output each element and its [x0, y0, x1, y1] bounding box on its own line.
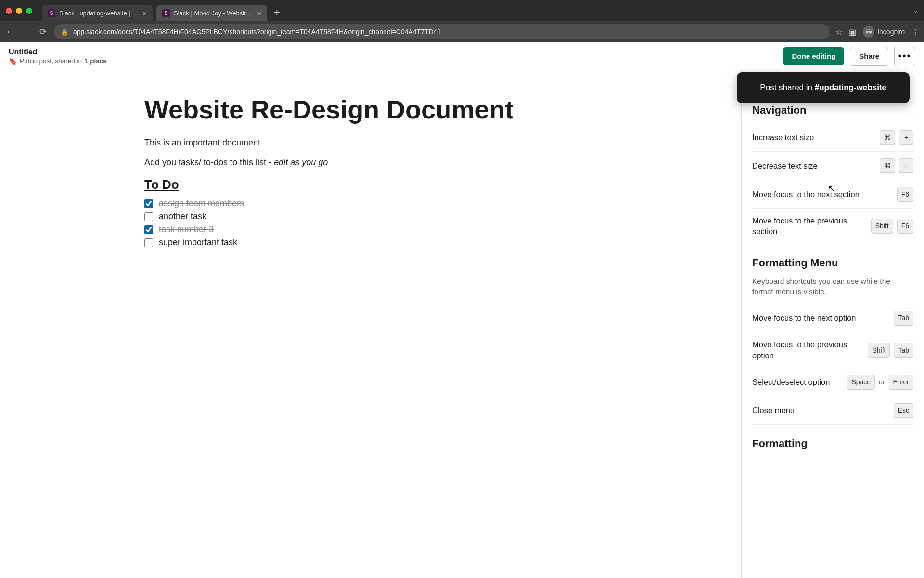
bookmark-star-icon[interactable]: ☆: [835, 27, 842, 37]
forward-button[interactable]: →: [21, 27, 32, 37]
shortcut-row: Close menu Esc: [752, 396, 913, 425]
key: Tab: [894, 343, 913, 357]
browser-tab-strip: S Slack | updating-website | Moo × S Sla…: [0, 0, 924, 21]
bookmark-icon: 🔖: [9, 57, 17, 65]
slack-favicon-icon: S: [48, 9, 55, 17]
doc-header: Untitled 🔖 Public post, shared in 1 plac…: [0, 42, 924, 70]
browser-toolbar: ← → ⟳ 🔒 app.slack.com/docs/T04A4T58F4H/F…: [0, 21, 924, 42]
key: F6: [897, 219, 913, 233]
key: ⌘: [880, 130, 895, 144]
close-tab-icon[interactable]: ×: [257, 9, 261, 17]
shortcut-row: Move focus to the next section F6: [752, 180, 913, 209]
key: Tab: [894, 311, 913, 325]
todo-checkbox[interactable]: [144, 212, 153, 221]
todo-item[interactable]: super important task: [144, 236, 698, 249]
section-heading-navigation: Navigation: [752, 104, 913, 117]
extensions-icon[interactable]: ▣: [849, 27, 856, 37]
doc-paragraph[interactable]: Add you tasks/ to-dos to this list - edi…: [144, 158, 698, 168]
url-text: app.slack.com/docs/T04A4T58F4H/F04AG5PLB…: [73, 28, 441, 36]
todo-checkbox[interactable]: [144, 225, 153, 234]
window-controls: [6, 8, 32, 14]
incognito-icon: 🕶: [863, 26, 874, 38]
reload-button[interactable]: ⟳: [38, 26, 48, 37]
address-bar[interactable]: 🔒 app.slack.com/docs/T04A4T58F4H/F04AG5P…: [54, 24, 830, 39]
key: Esc: [894, 403, 913, 418]
doc-share-status[interactable]: 🔖 Public post, shared in 1 place: [9, 57, 107, 65]
shortcut-row: Move focus to the previous option ShiftT…: [752, 332, 913, 368]
document-body[interactable]: Website Re-Design Document This is an im…: [0, 70, 741, 578]
section-heading-formatting: Formatting: [752, 437, 913, 450]
todo-item[interactable]: assign team members: [144, 197, 698, 210]
slack-favicon-icon: S: [162, 9, 170, 17]
key: Shift: [868, 343, 890, 357]
shortcuts-panel: ⌘ / to toggle this panel Navigation Incr…: [741, 70, 924, 578]
shortcut-row: Select/deselect option Space or Enter: [752, 368, 913, 396]
section-heading-formatting-menu: Formatting Menu: [752, 257, 913, 269]
key: Enter: [889, 375, 913, 389]
more-actions-button[interactable]: •••: [894, 47, 915, 66]
key: F6: [897, 187, 913, 201]
share-button[interactable]: Share: [850, 47, 888, 66]
done-editing-button[interactable]: Done editing: [783, 47, 844, 65]
shortcut-row: Increase text size ⌘+: [752, 123, 913, 152]
todo-item[interactable]: another task: [144, 210, 698, 223]
todo-item[interactable]: task number 3: [144, 223, 698, 236]
todo-list: assign team members another task task nu…: [144, 197, 698, 249]
shortcut-row: Move focus to the next option Tab: [752, 304, 913, 332]
key: +: [899, 130, 913, 144]
doc-paragraph[interactable]: This is an important document: [144, 138, 698, 148]
browser-tab-1[interactable]: S Slack | updating-website | Moo ×: [42, 5, 153, 21]
key: Space: [847, 375, 875, 389]
tab-title: Slack | updating-website | Moo: [59, 10, 139, 17]
doc-title[interactable]: Untitled: [9, 48, 107, 56]
minimize-window-icon[interactable]: [16, 8, 22, 14]
tab-title: Slack | Mood Joy - Website Re: [174, 10, 253, 17]
new-tab-button[interactable]: +: [274, 6, 280, 19]
or-label: or: [879, 378, 885, 386]
section-description: Keyboard shortcuts you can use while the…: [752, 276, 913, 298]
shortcut-row: Move focus to the previous section Shift…: [752, 209, 913, 244]
lock-icon: 🔒: [61, 28, 68, 36]
key: Shift: [871, 219, 893, 233]
todo-checkbox[interactable]: [144, 238, 153, 247]
key: ⌘: [880, 158, 895, 173]
tab-overflow-icon[interactable]: ⌄: [913, 7, 918, 14]
back-button[interactable]: ←: [5, 27, 15, 37]
maximize-window-icon[interactable]: [26, 8, 32, 14]
doc-heading-1[interactable]: Website Re-Design Document: [144, 94, 698, 124]
share-toast: Post shared in #updating-website: [737, 72, 910, 103]
close-tab-icon[interactable]: ×: [142, 9, 147, 17]
incognito-indicator[interactable]: 🕶 Incognito: [863, 26, 905, 38]
todo-heading[interactable]: To Do: [144, 177, 698, 192]
close-window-icon[interactable]: [6, 8, 12, 14]
shortcut-row: Decrease text size ⌘-: [752, 152, 913, 180]
browser-menu-icon[interactable]: ⋮: [911, 27, 919, 37]
todo-checkbox[interactable]: [144, 199, 153, 208]
browser-tab-2[interactable]: S Slack | Mood Joy - Website Re ×: [156, 5, 267, 21]
key: -: [899, 158, 913, 173]
